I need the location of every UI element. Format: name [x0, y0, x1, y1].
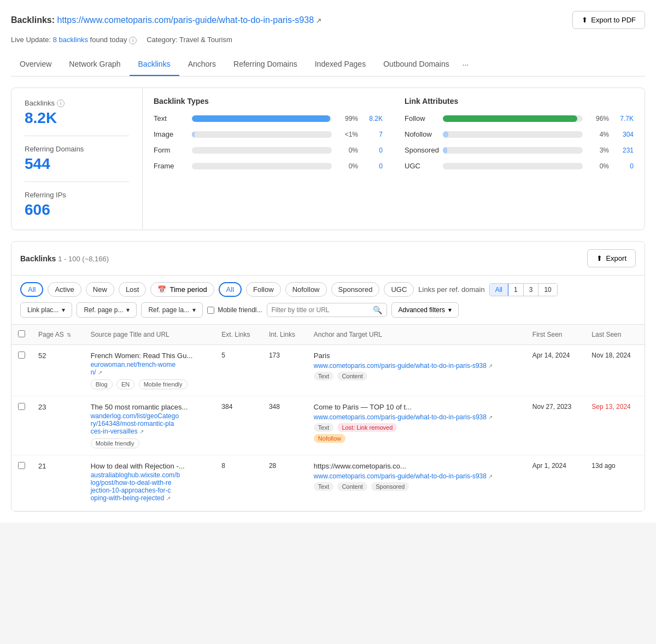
links-per-ref-buttons: All 1 3 10: [489, 283, 558, 296]
export-icon: ⬆: [582, 16, 588, 24]
tab-overview[interactable]: Overview: [11, 53, 60, 76]
row-2-int-links: 348: [262, 396, 307, 455]
backlinks-info-icon[interactable]: i: [57, 99, 65, 107]
page: Backlinks: https://www.cometoparis.com/p…: [0, 0, 656, 523]
lpr-10[interactable]: 10: [538, 284, 557, 296]
filter-follow[interactable]: Follow: [246, 282, 281, 297]
row-2-page-as: 23: [32, 396, 84, 455]
row-3-first-seen: Apr 1, 2024: [526, 455, 585, 511]
filter-status-lost[interactable]: Lost: [119, 282, 147, 297]
filter-status-all[interactable]: All: [20, 282, 43, 297]
referring-domains-stat-value: 544: [25, 155, 129, 173]
row-1-last-seen: Nov 18, 2024: [585, 345, 645, 396]
table-section-title: Backlinks 1 - 100 (~8,166): [20, 254, 109, 263]
row-2-anchor: Come to Paris — TOP 10 of t... www.comet…: [307, 396, 526, 455]
row-2-ext-links: 384: [215, 396, 262, 455]
filter-status-active[interactable]: Active: [48, 282, 81, 297]
header-page-as[interactable]: Page AS ⇅: [32, 325, 84, 345]
filter-ugc[interactable]: UGC: [384, 282, 414, 297]
row-1-checkbox[interactable]: [18, 352, 25, 359]
lpr-1[interactable]: 1: [508, 284, 524, 296]
row-1-source-url[interactable]: eurowoman.net/french-women/ ↗: [91, 361, 209, 376]
row-3-checkbox[interactable]: [18, 462, 25, 469]
backlinks-table-section: Backlinks 1 - 100 (~8,166) ⬆ Export All …: [11, 241, 645, 512]
page-url-link[interactable]: https://www.cometoparis.com/paris-guide/…: [57, 15, 314, 25]
time-period-button[interactable]: 📅 Time period: [150, 282, 214, 297]
ref-page-p-dropdown[interactable]: Ref. page p... ▾: [77, 302, 137, 318]
links-per-ref-label: Links per ref. domain: [418, 285, 484, 294]
row-3-target-url[interactable]: www.cometoparis.com/paris-guide/what-to-…: [314, 472, 493, 480]
backlink-type-text: Text 99% 8.2K: [154, 114, 383, 122]
export-pdf-label: Export to PDF: [591, 16, 636, 24]
filter-nofollow[interactable]: Nofollow: [285, 282, 327, 297]
link-place-dropdown[interactable]: Link plac... ▾: [20, 302, 72, 318]
tab-outbound-domains[interactable]: Outbound Domains: [374, 53, 458, 76]
search-icon: 🔍: [373, 306, 382, 314]
tab-anchors[interactable]: Anchors: [179, 53, 225, 76]
ext-link-icon-6: ↗: [488, 473, 493, 479]
backlinks-data-table: Page AS ⇅ Source page Title and URL Ext.…: [11, 325, 645, 511]
search-input[interactable]: [272, 306, 373, 314]
export-pdf-button[interactable]: ⬆ Export to PDF: [572, 11, 645, 29]
row-2-checkbox[interactable]: [18, 403, 25, 410]
row-1-int-links: 173: [262, 345, 307, 396]
row-2-checkbox-cell: [11, 396, 32, 455]
ext-link-icon-2: ↗: [488, 363, 493, 369]
table-export-button[interactable]: ⬆ Export: [587, 249, 636, 267]
ref-page-la-dropdown[interactable]: Ref. page la... ▾: [141, 302, 203, 318]
row-2-source-url[interactable]: wanderlog.com/list/geoCate­gory/164348/m…: [91, 412, 209, 435]
backlinks-count-link[interactable]: 8 backlinks: [53, 36, 88, 44]
tag-mobile-friendly: Mobile friendly: [139, 379, 188, 389]
filters-section: All Active New Lost 📅 Time period All Fo…: [11, 276, 645, 325]
table-row: 21 How to deal with Rejection -... austr…: [11, 455, 645, 511]
filter-search-bar[interactable]: 🔍: [267, 303, 387, 317]
advanced-filters-button[interactable]: Advanced filters ▾: [391, 302, 459, 318]
row-3-page-as: 21: [32, 455, 84, 511]
row-2-badges: Text Lost: Link removed Nofollow: [314, 421, 519, 443]
filter-status-new[interactable]: New: [86, 282, 114, 297]
link-attributes-title: Link Attributes: [405, 97, 634, 106]
backlinks-label: Backlinks:: [11, 15, 55, 25]
header-anchor-target: Anchor and Target URL: [307, 325, 526, 345]
header: Backlinks: https://www.cometoparis.com/p…: [11, 11, 645, 29]
lpr-all[interactable]: All: [490, 284, 508, 296]
filter-linktype-all[interactable]: All: [219, 282, 242, 297]
ext-link-icon-5: ↗: [166, 495, 171, 501]
tab-network-graph[interactable]: Network Graph: [60, 53, 129, 76]
select-all-checkbox[interactable]: [18, 330, 25, 337]
tag-blog: Blog: [91, 379, 113, 389]
backlink-type-form: Form 0% 0: [154, 146, 383, 154]
filter-sponsored[interactable]: Sponsored: [331, 282, 380, 297]
row-2-target-url[interactable]: www.cometoparis.com/paris-guide/what-to-…: [314, 413, 493, 421]
table-row: 52 French Women: Read This Gu... eurowom…: [11, 345, 645, 396]
tab-backlinks[interactable]: Backlinks: [130, 53, 179, 76]
backlink-types-title: Backlink Types: [154, 97, 383, 106]
chevron-down-icon-4: ▾: [448, 306, 452, 314]
row-3-source-url[interactable]: australiabloghub.wixsite.com/blog/post/h…: [91, 471, 209, 502]
row-1-source: French Women: Read This Gu... eurowoman.…: [84, 345, 215, 396]
link-place-label: Link plac...: [27, 306, 58, 314]
table-header-row: Page AS ⇅ Source page Title and URL Ext.…: [11, 325, 645, 345]
live-update-bar: Live Update: 8 backlinks found today i C…: [11, 36, 645, 44]
table-row: 23 The 50 most romantic places... wander…: [11, 396, 645, 455]
row-1-page-as: 52: [32, 345, 84, 396]
row-1-target-url[interactable]: www.cometoparis.com/paris-guide/what-to-…: [314, 362, 493, 370]
tab-indexed-pages[interactable]: Indexed Pages: [306, 53, 374, 76]
referring-ips-stat-label: Referring IPs: [25, 191, 129, 199]
info-icon[interactable]: i: [129, 37, 137, 44]
tab-referring-domains[interactable]: Referring Domains: [225, 53, 306, 76]
badge-lost: Lost: Link removed: [337, 423, 397, 432]
row-1-ext-links: 5: [215, 345, 262, 396]
table-range: 1 - 100 (~8,166): [58, 255, 109, 263]
lpr-3[interactable]: 3: [524, 284, 539, 296]
stats-section: Backlinks i 8.2K Referring Domains 544 R…: [11, 87, 645, 230]
table-title-area: Backlinks 1 - 100 (~8,166): [20, 254, 109, 263]
more-tabs-button[interactable]: ···: [458, 54, 473, 75]
live-update-suffix: found today: [90, 36, 127, 44]
live-update-prefix: Live Update:: [11, 36, 51, 44]
calendar-icon: 📅: [157, 285, 166, 294]
mobile-friendly-input[interactable]: [207, 307, 214, 314]
table-header: Backlinks 1 - 100 (~8,166) ⬆ Export: [11, 242, 645, 276]
mobile-friendly-checkbox[interactable]: Mobile friendl...: [207, 306, 262, 314]
header-title: Backlinks: https://www.cometoparis.com/p…: [11, 15, 321, 25]
